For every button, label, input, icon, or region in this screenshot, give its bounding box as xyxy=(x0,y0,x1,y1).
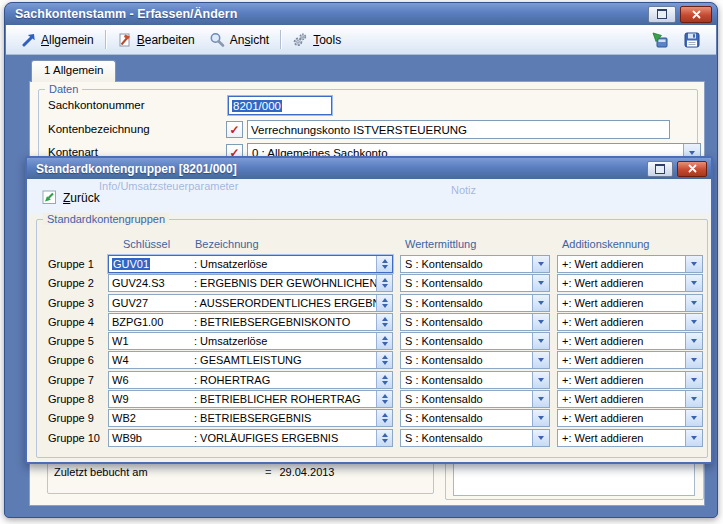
schluessel-field[interactable]: WB9b: VORLÄUFIGES ERGEBNIS xyxy=(108,429,393,447)
dropdown-button[interactable] xyxy=(532,430,549,446)
additionskennung-select[interactable]: +: Wert addieren xyxy=(557,409,703,427)
table-row: Gruppe 2 GUV24.S3: ERGEBNIS DER GEWÖHNLI… xyxy=(48,274,703,292)
dropdown-button[interactable] xyxy=(685,333,702,349)
wertermittlung-select[interactable]: S : Kontensaldo xyxy=(400,371,550,389)
chevron-down-icon xyxy=(689,151,695,155)
group-label: Gruppe 3 xyxy=(48,294,108,312)
chevron-down-icon xyxy=(538,301,544,305)
close-button[interactable] xyxy=(680,6,712,23)
wertermittlung-select[interactable]: S : Kontensaldo xyxy=(400,390,550,408)
additionskennung-select[interactable]: +: Wert addieren xyxy=(557,390,703,408)
schluessel-field[interactable]: GUV27: AUSSERORDENTLICHES ERGEBNIS xyxy=(108,294,393,312)
spinner-button[interactable] xyxy=(376,333,392,349)
additionskennung-select[interactable]: +: Wert addieren xyxy=(557,429,703,447)
dropdown-button[interactable] xyxy=(532,352,549,368)
spinner-button[interactable] xyxy=(376,314,392,330)
dropdown-button[interactable] xyxy=(532,372,549,388)
spinner-button[interactable] xyxy=(376,275,392,291)
dropdown-button[interactable] xyxy=(685,256,702,272)
dropdown-button[interactable] xyxy=(685,275,702,291)
dropdown-button[interactable] xyxy=(685,295,702,311)
save-button[interactable] xyxy=(682,30,702,50)
additionskennung-select[interactable]: +: Wert addieren xyxy=(557,351,703,369)
dropdown-button[interactable] xyxy=(532,295,549,311)
wertermittlung-select[interactable]: S : Kontensaldo xyxy=(400,429,550,447)
menu-item-bearbeiten[interactable]: Bearbeiten xyxy=(110,29,202,50)
group-label: Gruppe 8 xyxy=(48,390,108,408)
export-button[interactable] xyxy=(650,30,670,50)
additionskennung-select[interactable]: +: Wert addieren xyxy=(557,371,703,389)
menu-label: Bearbeiten xyxy=(137,33,195,47)
menu-item-tools[interactable]: Tools xyxy=(285,29,348,51)
wertermittlung-select[interactable]: S : Kontensaldo xyxy=(400,313,550,331)
wertermittlung-select[interactable]: S : Kontensaldo xyxy=(400,274,550,292)
spinner-button[interactable] xyxy=(376,295,392,311)
dropdown-button[interactable] xyxy=(532,333,549,349)
chevron-down-icon xyxy=(691,339,697,343)
dropdown-button[interactable] xyxy=(685,410,702,426)
sachkontonummer-input[interactable]: 8201/000 xyxy=(228,96,332,115)
schluessel-field[interactable]: W9: BETRIEBLICHER ROHERTRAG xyxy=(108,390,393,408)
menu-item-ansicht[interactable]: Ansicht xyxy=(202,29,276,51)
dropdown-button[interactable] xyxy=(685,372,702,388)
additionskennung-select[interactable]: +: Wert addieren xyxy=(557,313,703,331)
back-icon xyxy=(42,190,57,205)
wertermittlung-select[interactable]: S : Kontensaldo xyxy=(400,409,550,427)
schluessel-field[interactable]: BZPG1.00: BETRIEBSERGEBNISKONTO xyxy=(108,313,393,331)
additionskennung-select[interactable]: +: Wert addieren xyxy=(557,274,703,292)
schluessel-field[interactable]: GUV01: Umsatzerlöse xyxy=(108,255,393,273)
dropdown-button[interactable] xyxy=(685,314,702,330)
group-label: Gruppe 10 xyxy=(48,429,108,447)
col-additionskennung: Additionskennung xyxy=(557,238,703,253)
dialog-controls xyxy=(647,161,707,177)
groups-table: SchlüsselBezeichnung Wertermittlung Addi… xyxy=(48,238,703,448)
kontenbezeichnung-input[interactable]: Verrechnungskonto ISTVERSTEUERUNG xyxy=(247,120,670,139)
dropdown-button[interactable] xyxy=(532,391,549,407)
kontenbezeichnung-value: Verrechnungskonto ISTVERSTEUERUNG xyxy=(251,124,467,136)
schluessel-field[interactable]: W1: Umsatzerlöse xyxy=(108,332,393,350)
dialog-close-button[interactable] xyxy=(677,161,707,177)
kontenbezeichnung-check-button[interactable]: ✓ xyxy=(226,121,243,138)
schluessel-field[interactable]: W6: ROHERTRAG xyxy=(108,371,393,389)
col-bezeichnung: Bezeichnung xyxy=(195,238,259,253)
wertermittlung-select[interactable]: S : Kontensaldo xyxy=(400,255,550,273)
tab-allgemein[interactable]: 1 Allgemein xyxy=(31,60,116,82)
menu-item-allgemein[interactable]: Allgemein xyxy=(14,29,101,50)
spinner-button[interactable] xyxy=(376,391,392,407)
spinner-button[interactable] xyxy=(376,430,392,446)
dropdown-button[interactable] xyxy=(685,430,702,446)
chevron-down-icon xyxy=(691,262,697,266)
spinner-button[interactable] xyxy=(376,410,392,426)
spinner-button[interactable] xyxy=(376,372,392,388)
dropdown-button[interactable] xyxy=(532,410,549,426)
chevron-down-icon xyxy=(538,320,544,324)
dropdown-button[interactable] xyxy=(532,256,549,272)
zurueck-button[interactable]: Zurück xyxy=(35,188,107,207)
additionskennung-select[interactable]: +: Wert addieren xyxy=(557,332,703,350)
zuletzt-bebucht-label: Zuletzt bebucht am xyxy=(54,466,265,478)
dropdown-button[interactable] xyxy=(685,352,702,368)
dropdown-button[interactable] xyxy=(532,314,549,330)
table-header-row: SchlüsselBezeichnung Wertermittlung Addi… xyxy=(48,238,703,253)
additionskennung-select[interactable]: +: Wert addieren xyxy=(557,255,703,273)
dropdown-button[interactable] xyxy=(685,391,702,407)
wertermittlung-select[interactable]: S : Kontensaldo xyxy=(400,294,550,312)
group-label: Gruppe 2 xyxy=(48,274,108,292)
schluessel-field[interactable]: GUV24.S3: ERGEBNIS DER GEWÖHNLICHEN GES xyxy=(108,274,393,292)
dialog-maximize-button[interactable] xyxy=(647,161,673,177)
group-label: Gruppe 1 xyxy=(48,255,108,273)
wertermittlung-select[interactable]: S : Kontensaldo xyxy=(400,332,550,350)
schluessel-field[interactable]: W4: GESAMTLEISTUNG xyxy=(108,351,393,369)
table-row: Gruppe 9 WB2: BETRIEBSERGEBNIS S : Konte… xyxy=(48,409,703,427)
dropdown-button[interactable] xyxy=(532,275,549,291)
spin-up-icon xyxy=(382,278,388,282)
spinner-button[interactable] xyxy=(376,256,392,272)
additionskennung-select[interactable]: +: Wert addieren xyxy=(557,294,703,312)
chevron-down-icon xyxy=(538,281,544,285)
spinner-button[interactable] xyxy=(376,352,392,368)
wertermittlung-select[interactable]: S : Kontensaldo xyxy=(400,351,550,369)
ghost-notiz-legend: Notiz xyxy=(451,184,476,196)
schluessel-field[interactable]: WB2: BETRIEBSERGEBNIS xyxy=(108,409,393,427)
maximize-button[interactable] xyxy=(648,6,676,23)
chevron-down-icon xyxy=(538,378,544,382)
